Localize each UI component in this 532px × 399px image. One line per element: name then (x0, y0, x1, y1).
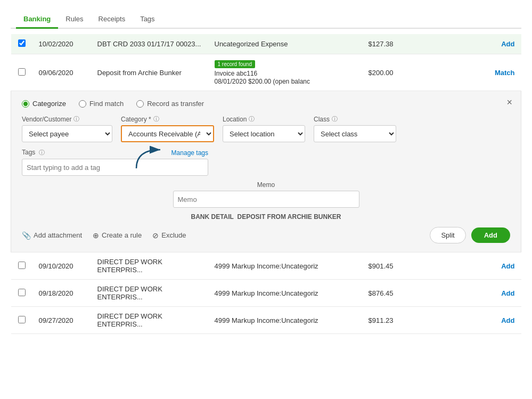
radio-record-transfer[interactable]: Record as transfer (136, 100, 204, 108)
row-empty (400, 280, 468, 307)
radio-options: Categorize Find match Record as transfer (22, 100, 510, 108)
table-row: 09/18/2020 DIRECT DEP WORK ENTERPRIS... … (11, 280, 521, 307)
category-info-icon[interactable]: ⓘ (153, 115, 159, 123)
close-button[interactable]: × (506, 97, 512, 107)
location-info-icon[interactable]: ⓘ (249, 115, 255, 123)
add-button[interactable]: Add (471, 227, 510, 243)
row-checkbox[interactable] (18, 289, 26, 296)
row-date: 09/06/2020 (32, 54, 91, 91)
tags-label: Tags ⓘ (22, 149, 45, 157)
tab-tags[interactable]: Tags (133, 11, 162, 29)
bank-detail-label: BANK DETAIL (191, 213, 233, 221)
banking-table: 10/02/2020 DBT CRD 2033 01/17/17 00023..… (11, 34, 521, 334)
row-category-match: 1 record found Invoice abc11608/01/2020 … (208, 54, 347, 91)
exclude-label: Exclude (161, 231, 186, 239)
table-row: 09/06/2020 Deposit from Archie Bunker 1 … (11, 54, 521, 91)
attachment-icon: 📎 (22, 231, 31, 240)
location-group: Location ⓘ Select location (223, 115, 305, 142)
left-actions: 📎 Add attachment ⊕ Create a rule ⊘ Exclu… (22, 231, 186, 240)
row-checkbox-cell[interactable] (11, 253, 32, 280)
add-link[interactable]: Add (501, 40, 514, 48)
category-select[interactable]: Accounts Receivable (A/R) - (121, 125, 214, 142)
row-action[interactable]: Match (468, 54, 521, 91)
class-group: Class ⓘ Select class (314, 115, 396, 142)
exclude-icon: ⊘ (152, 231, 159, 240)
row-checkbox[interactable] (18, 39, 26, 47)
row-checkbox[interactable] (18, 262, 26, 269)
row-empty (400, 54, 468, 91)
panel-inner: × Categorize Find match (11, 91, 521, 252)
class-info-icon[interactable]: ⓘ (332, 115, 338, 123)
row-description: DIRECT DEP WORK ENTERPRIS... (91, 280, 208, 307)
radio-record-transfer-label: Record as transfer (147, 100, 204, 108)
invoice-text: Invoice abc11608/01/2020 $200.00 (open b… (215, 70, 310, 85)
row-empty (400, 307, 468, 334)
action-bar: 📎 Add attachment ⊕ Create a rule ⊘ Exclu… (22, 227, 510, 243)
radio-categorize-label: Categorize (32, 100, 66, 108)
split-button[interactable]: Split (430, 227, 465, 243)
row-action[interactable]: Add (468, 253, 521, 280)
tab-banking[interactable]: Banking (16, 11, 58, 29)
class-select[interactable]: Select class (314, 125, 396, 142)
memo-input[interactable] (173, 191, 359, 208)
radio-record-transfer-input[interactable] (136, 100, 144, 108)
radio-find-match-label: Find match (89, 100, 124, 108)
memo-row: Memo (22, 181, 510, 208)
row-checkbox[interactable] (18, 68, 26, 76)
manage-tags-link[interactable]: Manage tags (171, 149, 208, 157)
row-date: 10/02/2020 (32, 34, 91, 54)
bank-detail: BANK DETAIL Deposit from Archie Bunker (22, 213, 510, 221)
row-checkbox[interactable] (18, 316, 26, 323)
row-amount: $200.00 (347, 54, 400, 91)
match-link[interactable]: Match (495, 69, 515, 77)
row-checkbox-cell[interactable] (11, 34, 32, 54)
row-category: 4999 Markup Income:Uncategoriz (208, 253, 347, 280)
row-amount: $901.45 (347, 253, 400, 280)
expanded-panel-cell: × Categorize Find match (11, 91, 521, 253)
right-actions: Split Add (430, 227, 510, 243)
radio-categorize-input[interactable] (22, 100, 29, 108)
vendor-info-icon[interactable]: ⓘ (73, 115, 79, 123)
tags-label-row: Tags ⓘ Manage tags (22, 149, 208, 157)
attachment-link[interactable]: 📎 Add attachment (22, 231, 82, 240)
row-checkbox-cell[interactable] (11, 54, 32, 91)
row-amount: $876.45 (347, 280, 400, 307)
tags-info-icon[interactable]: ⓘ (39, 149, 45, 156)
bank-detail-value: Deposit from Archie Bunker (238, 213, 341, 221)
row-date: 09/18/2020 (32, 280, 91, 307)
form-row-main: Vendor/Customer ⓘ Select payee (22, 115, 510, 142)
row-date: 09/10/2020 (32, 253, 91, 280)
rule-label: Create a rule (102, 231, 142, 239)
location-label: Location ⓘ (223, 115, 305, 123)
row-category: 4999 Markup Income:Uncategoriz (208, 280, 347, 307)
row-action[interactable]: Add (468, 34, 521, 54)
vendor-label: Vendor/Customer ⓘ (22, 115, 112, 123)
memo-label: Memo (22, 181, 510, 189)
exclude-link[interactable]: ⊘ Exclude (152, 231, 186, 240)
category-label: Category * ⓘ (121, 115, 214, 123)
row-description: DBT CRD 2033 01/17/17 00023... (91, 34, 208, 54)
row-checkbox-cell[interactable] (11, 307, 32, 334)
radio-find-match[interactable]: Find match (79, 100, 124, 108)
add-link[interactable]: Add (501, 289, 514, 297)
row-amount: $911.23 (347, 307, 400, 334)
row-description: DIRECT DEP WORK ENTERPRIS... (91, 307, 208, 334)
location-select[interactable]: Select location (223, 125, 305, 142)
vendor-select[interactable]: Select payee (22, 125, 112, 142)
row-action[interactable]: Add (468, 280, 521, 307)
row-empty (400, 34, 468, 54)
radio-find-match-input[interactable] (79, 100, 86, 108)
radio-categorize[interactable]: Categorize (22, 100, 66, 108)
category-group: Category * ⓘ Accounts Receivable (A/R) - (121, 115, 214, 142)
tab-receipts[interactable]: Receipts (91, 11, 133, 29)
tags-input[interactable] (22, 159, 208, 176)
add-link[interactable]: Add (501, 262, 514, 270)
add-link[interactable]: Add (501, 316, 514, 324)
row-description: Deposit from Archie Bunker (91, 54, 208, 91)
row-action[interactable]: Add (468, 307, 521, 334)
vendor-group: Vendor/Customer ⓘ Select payee (22, 115, 112, 142)
row-amount: $127.38 (347, 34, 400, 54)
create-rule-link[interactable]: ⊕ Create a rule (93, 231, 142, 240)
row-checkbox-cell[interactable] (11, 280, 32, 307)
tab-rules[interactable]: Rules (58, 11, 91, 29)
